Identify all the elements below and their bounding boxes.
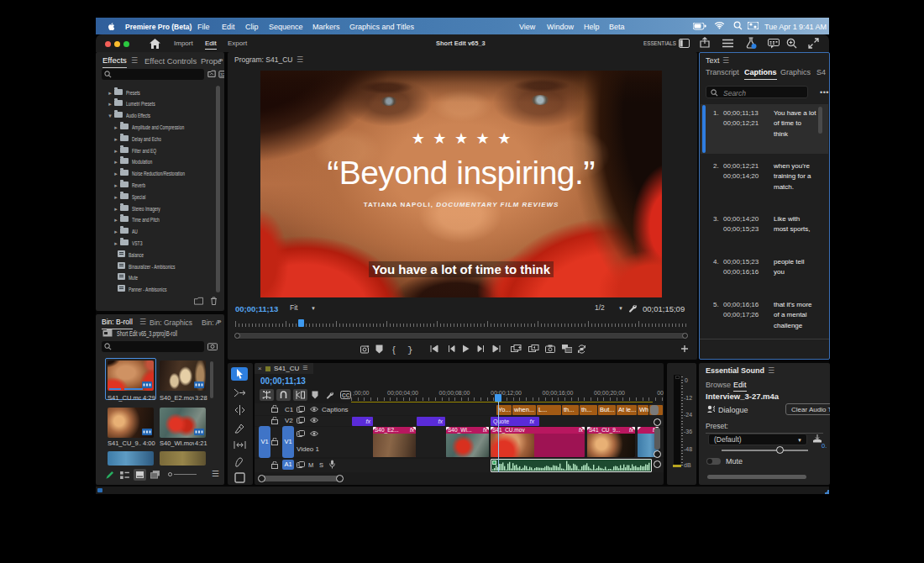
svg-text:}: }	[407, 345, 412, 355]
svg-text:{: {	[392, 345, 396, 355]
svg-text:32: 32	[220, 72, 224, 77]
